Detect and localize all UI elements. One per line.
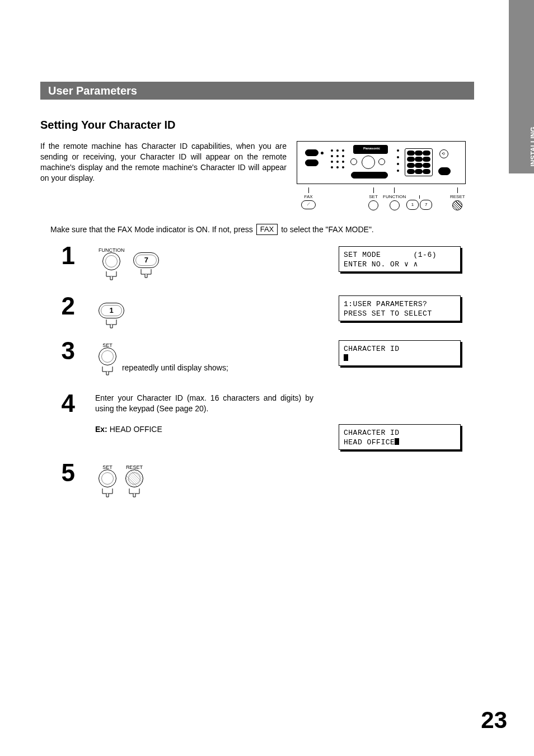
- side-tab: INSTALLINGYOUR MACHINE: [509, 0, 534, 173]
- step-3-text: repeatedly until display shows;: [122, 363, 228, 373]
- step-3-body: SET repeatedly until display shows;: [95, 340, 313, 375]
- step-2-number: 2: [53, 292, 75, 320]
- set-button-2: SET: [99, 462, 116, 497]
- device-callouts: FAX ⟋ SET FUNCTION 1 7 RESET: [297, 187, 465, 210]
- seven-button: 7: [133, 245, 159, 278]
- page-number: 23: [481, 707, 507, 734]
- side-tab-text: INSTALLINGYOUR MACHINE: [530, 120, 534, 173]
- function-button: FUNCTION: [99, 245, 125, 280]
- step-3-number: 3: [53, 337, 75, 365]
- one-button: 1: [99, 295, 124, 328]
- step-1-body: FUNCTION 7: [95, 245, 313, 280]
- example-value: HEAD OFFICE: [110, 425, 162, 434]
- set-button: SET: [99, 340, 116, 375]
- device-diagram: Panasonic ⟲: [297, 141, 466, 184]
- lcd-3: CHARACTER ID: [339, 340, 461, 366]
- reset-button: RESET: [125, 462, 143, 497]
- section-header-text: User Parameters: [48, 84, 137, 97]
- fax-key-box: FAX: [256, 224, 278, 235]
- lcd-1: SET MODE (1-6) ENTER NO. OR ∨ ∧: [339, 246, 461, 272]
- section-header: User Parameters: [40, 82, 474, 100]
- lcd-4: CHARACTER ID HEAD OFFICE: [339, 424, 461, 450]
- subsection-title: Setting Your Character ID: [40, 119, 176, 132]
- step-4-number: 4: [53, 389, 75, 417]
- step-1-number: 1: [53, 242, 75, 270]
- intro-paragraph: If the remote machine has Character ID c…: [40, 141, 287, 184]
- step-4-text: Enter your Character ID (max. 16 charact…: [95, 393, 313, 414]
- step-5-number: 5: [53, 459, 75, 487]
- lcd-2: 1:USER PARAMETERS? PRESS SET TO SELECT: [339, 295, 461, 321]
- step-2-body: 1: [95, 295, 313, 328]
- step-5-body: SET RESET: [95, 462, 313, 497]
- note-line: Make sure that the FAX Mode indicator is…: [50, 224, 374, 235]
- step-4-body: Enter your Character ID (max. 16 charact…: [95, 393, 313, 435]
- example-label: Ex:: [95, 425, 107, 434]
